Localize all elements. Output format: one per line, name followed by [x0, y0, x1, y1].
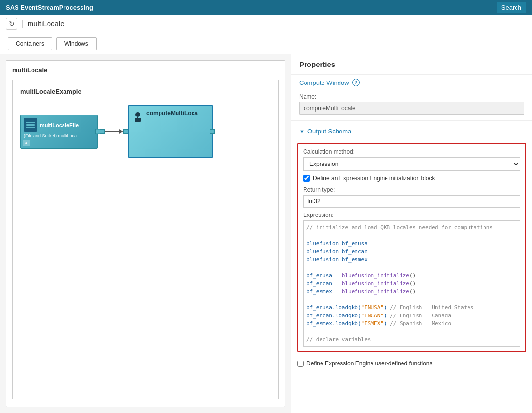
compute-node-title: computeMultiLoca	[146, 110, 198, 116]
canvas-area: multiLocale multiLocaleExample	[0, 54, 291, 413]
source-node-icon	[24, 118, 37, 132]
compute-node-port	[210, 129, 215, 134]
output-schema-section: ▼ Output Schema	[291, 124, 532, 139]
arrow-head	[119, 129, 123, 134]
navbar: ↻ | multiLocale	[0, 15, 532, 33]
expr-line-12: string(50) Country_STND	[306, 344, 517, 347]
expr-line-blank2	[306, 264, 517, 272]
checkbox1-row: Define an Expression Engine initializati…	[303, 175, 520, 182]
nav-separator: |	[21, 18, 24, 29]
app-title: SAS EventStreamProcessing	[6, 4, 93, 11]
canvas-inner: multiLocaleExample	[12, 80, 279, 399]
name-input[interactable]	[299, 102, 524, 115]
toolbar: Containers Windows	[0, 33, 532, 54]
canvas-inner-title: multiLocaleExample	[20, 88, 271, 95]
source-node[interactable]: multiLocaleFile (File and Socket) multiL…	[20, 115, 98, 149]
containers-button[interactable]: Containers	[8, 37, 52, 50]
expr-line-10: bf_esmex.loadqkb("ESMEX") // Spanish - M…	[306, 320, 517, 328]
breadcrumb: multiLocale	[28, 19, 64, 28]
expr-line-4: bluefusion bf_esmex	[306, 256, 517, 264]
checkbox1-input[interactable]	[303, 175, 310, 182]
compute-node-icon-area	[133, 112, 144, 124]
source-node-badge: ✦	[23, 140, 30, 146]
expr-line-blank3	[306, 296, 517, 304]
source-node-subtitle: (File and Socket) multiLoca	[24, 133, 95, 138]
calc-method-select[interactable]: Expression	[303, 157, 520, 171]
expr-line-blank4	[306, 328, 517, 336]
expression-label: Expression:	[303, 212, 520, 218]
output-schema-label: Output Schema	[307, 128, 351, 135]
compute-window-label: Compute Window	[299, 79, 349, 86]
compute-icon	[133, 112, 144, 122]
checkbox2-row: Define Expression Engine user-defined fu…	[291, 356, 532, 371]
connector	[98, 129, 128, 134]
expr-line-3: bluefusion bf_encan	[306, 248, 517, 256]
properties-title: Properties	[291, 54, 532, 75]
app-header: SAS EventStreamProcessing Search	[0, 0, 532, 15]
canvas-outer: multiLocale multiLocaleExample	[6, 60, 285, 407]
port-left	[100, 129, 105, 134]
arrow-line	[105, 131, 119, 132]
compute-node-content: computeMultiLoca	[146, 110, 198, 116]
expr-line-11: // declare variables	[306, 336, 517, 344]
expr-line-9: bf_encan.loadqkb("ENCAN") // English - C…	[306, 312, 517, 320]
checkbox2-label: Define Expression Engine user-defined fu…	[306, 360, 433, 367]
help-icon[interactable]: ?	[352, 79, 360, 86]
properties-panel: Properties Compute Window ? Name: ▼ Outp…	[291, 54, 532, 413]
back-icon: ↻	[9, 20, 15, 28]
search-button[interactable]: Search	[497, 2, 526, 13]
expr-line-7: bf_esmex = bluefusion_initialize()	[306, 288, 517, 296]
checkbox2-input[interactable]	[297, 361, 304, 367]
name-label: Name:	[299, 93, 524, 100]
expr-line-1: // initialize and load QKB locales neede…	[306, 224, 517, 232]
collapse-arrow-icon[interactable]: ▼	[299, 129, 305, 134]
return-type-label: Return type:	[303, 186, 520, 193]
compute-window-section: Compute Window ?	[291, 75, 532, 90]
compute-node[interactable]: computeMultiLoca	[128, 105, 213, 158]
main-container: multiLocale multiLocaleExample	[0, 54, 532, 413]
checkbox1-label: Define an Expression Engine initializati…	[313, 175, 435, 182]
back-button[interactable]: ↻	[6, 18, 17, 30]
expression-area[interactable]: // initialize and load QKB locales neede…	[303, 220, 520, 347]
svg-rect-1	[135, 118, 141, 122]
expr-line-8: bf_enusa.loadqkb("ENUSA") // English - U…	[306, 304, 517, 312]
return-type-input[interactable]	[303, 195, 520, 208]
expr-line-blank1	[306, 232, 517, 240]
source-node-title: multiLocaleFile	[40, 122, 79, 128]
expr-line-5: bf_enusa = bluefusion_initialize()	[306, 272, 517, 280]
source-node-port-right	[95, 129, 100, 134]
calculation-section: Calculation method: Expression Define an…	[297, 143, 526, 352]
port-right-connector	[123, 129, 128, 134]
expr-line-2: bluefusion bf_enusa	[306, 240, 517, 248]
flow-container: multiLocaleFile (File and Socket) multiL…	[20, 105, 271, 158]
calc-method-label: Calculation method:	[303, 149, 520, 155]
section-divider	[291, 120, 532, 121]
name-field-group: Name:	[291, 90, 532, 117]
expr-line-6: bf_encan = bluefusion_initialize()	[306, 280, 517, 288]
canvas-outer-title: multiLocale	[12, 66, 279, 74]
windows-button[interactable]: Windows	[56, 37, 97, 50]
svg-point-0	[135, 112, 140, 117]
